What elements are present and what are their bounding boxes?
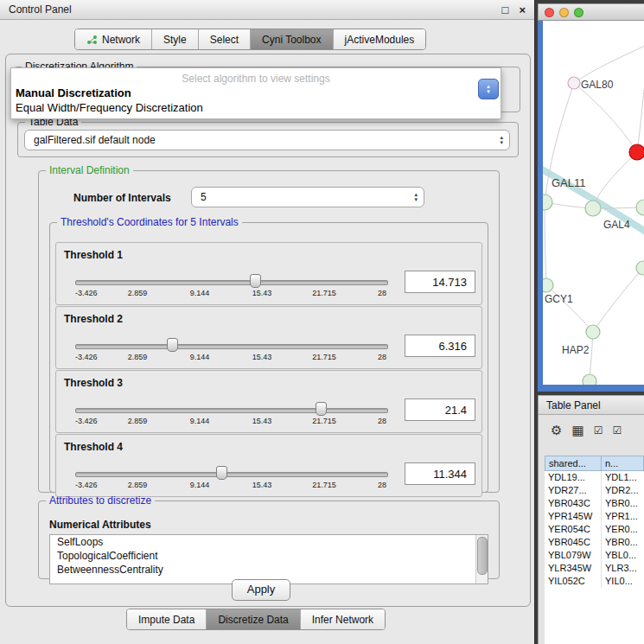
tab-impute-data[interactable]: Impute Data (127, 609, 206, 629)
algorithm-option-equal-width[interactable]: Equal Width/Frequency Discretization (16, 101, 203, 114)
arrow-down-icon: ▾ (414, 197, 418, 202)
table-row[interactable]: YBR043C YBR0... (545, 497, 644, 510)
table-row[interactable]: YIL052C YIL0... (545, 575, 644, 588)
threshold-1-slider[interactable]: -3.426 2.859 9.144 15.43 21.715 28 (75, 243, 386, 304)
list-item[interactable]: SelfLoops (50, 535, 488, 549)
list-item[interactable]: TopologicalCoefficient (50, 549, 488, 563)
threshold-3-value-field[interactable]: 21.4 (405, 399, 475, 421)
table-header-row: shared... n... (545, 456, 644, 471)
tab-label: Select (210, 34, 239, 46)
table-data-combobox[interactable]: galFiltered.sif default node ▴ ▾ (24, 130, 510, 150)
table-row[interactable]: YBR045C YBR0... (545, 536, 644, 549)
cell-name: YBR0... (602, 497, 644, 510)
slider-track[interactable] (75, 280, 388, 285)
select-none-checkbox-icon[interactable]: ☑ (612, 424, 622, 437)
tab-cyni-toolbox[interactable]: Cyni Toolbox (250, 29, 332, 49)
tab-jactivemodules[interactable]: jActiveModules (333, 29, 426, 49)
cell-shared-name: YER054C (545, 523, 602, 536)
close-window-icon[interactable]: × (519, 3, 526, 16)
scale-tick-label: 28 (378, 417, 386, 425)
tab-discretize-data[interactable]: Discretize Data (206, 609, 299, 629)
apply-button[interactable]: Apply (232, 579, 290, 601)
slider-thumb[interactable] (250, 274, 261, 288)
network-tab-icon (86, 35, 98, 45)
slider-track[interactable] (75, 344, 388, 349)
threshold-3-slider[interactable]: -3.426 2.859 9.144 15.43 21.715 28 (75, 371, 386, 432)
table-row[interactable]: YER054C YER0... (545, 523, 644, 536)
mac-zoom-icon[interactable] (574, 8, 583, 17)
network-view-window: GAL80 GAL11 GAL4 GCY1 HAP2 (538, 3, 644, 392)
table-row[interactable]: YBL079W YBL0... (545, 549, 644, 562)
control-panel-window: Control Panel □ × Network Style (0, 0, 535, 644)
threshold-1-value-field[interactable]: 14.713 (405, 271, 475, 293)
slider-thumb[interactable] (216, 466, 227, 480)
numerical-attributes-list: SelfLoops TopologicalCoefficient Between… (49, 534, 488, 584)
network-node-hap2[interactable] (586, 325, 600, 339)
tab-label: Cyni Toolbox (262, 34, 321, 46)
slider-scale: -3.426 2.859 9.144 15.43 21.715 28 (75, 289, 386, 298)
threshold-2-value-field[interactable]: 6.316 (405, 335, 475, 357)
tab-infer-network[interactable]: Infer Network (300, 609, 385, 629)
network-edge[interactable] (574, 83, 637, 152)
list-scrollbar-thumb[interactable] (477, 537, 488, 575)
list-item[interactable]: BetweennessCentrality (50, 563, 488, 577)
algorithm-option-manual[interactable]: Manual Discretization (16, 86, 131, 99)
mac-minimize-icon[interactable] (559, 8, 569, 17)
columns-icon[interactable]: ▦ (571, 423, 583, 438)
window-title: Control Panel (9, 3, 72, 16)
slider-track[interactable] (75, 472, 388, 477)
threshold-2-slider[interactable]: -3.426 2.859 9.144 15.43 21.715 28 (75, 307, 386, 368)
table-row[interactable]: YDR27... YDR2... (545, 484, 644, 497)
float-window-icon[interactable]: □ (502, 3, 509, 16)
tab-label: Discretize Data (218, 614, 288, 626)
tab-network[interactable]: Network (75, 29, 151, 49)
threshold-4-slider[interactable]: -3.426 2.859 9.144 15.43 21.715 28 (75, 435, 386, 496)
table-row[interactable]: YPR145W YPR1... (545, 510, 644, 523)
network-node-gcy1[interactable] (543, 278, 553, 292)
column-header-name[interactable]: n... (602, 456, 644, 471)
cyni-bottom-tabbar: Impute Data Discretize Data Infer Networ… (126, 609, 386, 630)
network-edge[interactable] (574, 45, 644, 83)
network-node[interactable] (583, 374, 596, 385)
column-header-shared-name[interactable]: shared... (545, 456, 602, 471)
slider-track[interactable] (75, 408, 388, 413)
tab-label: Infer Network (312, 614, 373, 626)
tab-label: Impute Data (138, 614, 194, 626)
network-node-gal11[interactable] (543, 194, 552, 210)
node-table: shared... n... YDL19... YDL1... YDR27...… (545, 456, 644, 644)
algorithm-combobox-stepper[interactable]: ▴ ▾ (478, 79, 499, 99)
node-label-gal11: GAL11 (552, 176, 586, 189)
tab-select[interactable]: Select (198, 29, 250, 49)
list-scrollbar[interactable] (475, 535, 488, 583)
network-node-gal80[interactable] (568, 77, 580, 89)
table-row[interactable]: YDL19... YDL1... (545, 471, 644, 484)
select-all-checkbox-icon[interactable]: ☑ (594, 424, 603, 437)
network-edge[interactable] (545, 202, 546, 285)
scale-tick-label: -3.426 (75, 481, 98, 489)
arrow-down-icon: ▾ (487, 89, 490, 94)
cell-name: YBR0... (602, 536, 644, 549)
threshold-4-value-field[interactable]: 11.344 (405, 462, 475, 485)
slider-thumb[interactable] (316, 402, 327, 416)
mac-close-icon[interactable] (545, 8, 554, 17)
cell-shared-name: YPR145W (545, 510, 602, 523)
gear-icon[interactable]: ⚙ (551, 423, 562, 438)
tab-style[interactable]: Style (151, 29, 198, 49)
scale-tick-label: -3.426 (75, 289, 98, 297)
network-node[interactable] (636, 200, 644, 215)
numerical-attributes-label: Numerical Attributes (49, 519, 151, 531)
scale-tick-label: 15.43 (252, 289, 272, 297)
cell-shared-name: YDR27... (545, 484, 602, 497)
table-row[interactable]: YLR345W YLR3... (545, 562, 644, 575)
number-of-intervals-combobox[interactable]: 5 ▴ ▾ (191, 187, 424, 207)
scale-tick-label: 15.43 (252, 353, 272, 361)
network-node-gal4[interactable] (585, 201, 601, 216)
cell-name: YBL0... (602, 549, 644, 562)
network-canvas[interactable]: GAL80 GAL11 GAL4 GCY1 HAP2 (543, 21, 644, 385)
network-edge[interactable] (637, 90, 644, 152)
network-node[interactable] (636, 261, 644, 275)
cell-shared-name: YLR345W (545, 562, 602, 575)
network-node-selected-red[interactable] (629, 144, 644, 160)
slider-thumb[interactable] (167, 338, 178, 352)
network-edge[interactable] (593, 268, 643, 332)
